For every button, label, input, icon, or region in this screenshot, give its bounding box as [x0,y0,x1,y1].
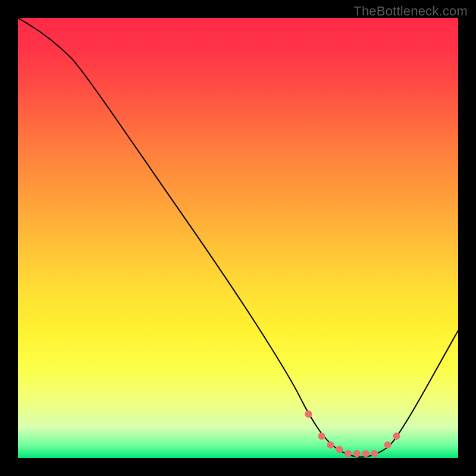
flat-zone-marker [327,441,334,449]
flat-zone-marker [318,433,325,440]
flat-zone-markers [305,411,400,458]
flat-zone-marker [384,441,392,449]
flat-zone-marker [305,411,312,418]
watermark-text: TheBottleneck.com [353,4,468,19]
bottleneck-curve-svg [18,18,458,458]
flat-zone-marker [345,450,352,458]
flat-zone-marker [371,450,378,458]
flat-zone-marker [336,446,343,453]
chart-stage: TheBottleneck.com [0,0,476,476]
flat-zone-marker [353,450,361,458]
bottleneck-curve-path [18,18,458,457]
flat-zone-marker [362,450,369,458]
flat-zone-marker [393,433,400,440]
plot-area [18,18,458,458]
